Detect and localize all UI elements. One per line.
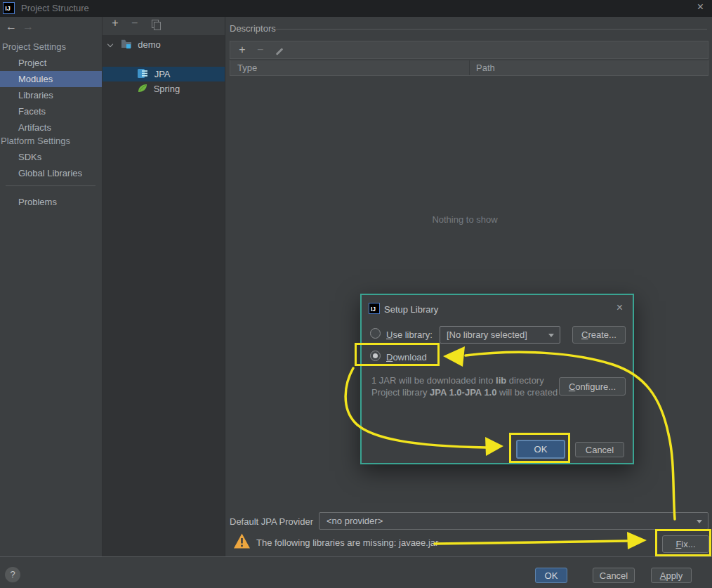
settings-sidebar: ← → Project Settings Project Modules Lib… <box>0 17 102 556</box>
descriptors-title: Descriptors <box>230 23 276 34</box>
remove-module-icon[interactable]: − <box>126 17 143 30</box>
tree-row-spring[interactable]: Spring <box>103 81 225 96</box>
use-library-label[interactable]: Use library: <box>386 329 433 340</box>
use-library-radio[interactable] <box>370 328 381 339</box>
missing-libraries-warning: The following libraries are missing: jav… <box>256 537 438 548</box>
library-select[interactable]: [No library selected] <box>440 326 560 344</box>
svg-text:IJ: IJ <box>371 306 376 313</box>
dialog-title: Setup Library <box>384 304 438 315</box>
column-divider <box>469 60 470 75</box>
tree-label-jpa[interactable]: JPA <box>154 69 171 79</box>
intellij-logo-icon: IJ <box>369 303 380 316</box>
chevron-down-icon <box>548 334 554 337</box>
sidebar-item-global-libraries[interactable]: Global Libraries <box>0 165 102 181</box>
sidebar-item-libraries[interactable]: Libraries <box>0 87 102 103</box>
remove-descriptor-icon[interactable]: − <box>253 41 268 58</box>
jpa-facet-icon <box>138 67 148 82</box>
descriptors-toolbar: + − <box>230 41 708 59</box>
create-button[interactable]: Create... <box>572 326 626 344</box>
module-folder-icon <box>121 38 132 53</box>
sidebar-divider <box>6 185 95 186</box>
edit-descriptor-icon[interactable] <box>275 46 284 56</box>
group-project-settings: Project Settings <box>2 39 66 55</box>
jpa-provider-select[interactable]: <no provider> <box>319 512 708 530</box>
default-jpa-provider-label: Default JPA Provider <box>230 516 313 527</box>
tree-label-spring[interactable]: Spring <box>154 84 180 94</box>
info-line-2: Project library JPA 1.0-JPA 1.0 will be … <box>371 386 558 398</box>
empty-table-message: Nothing to show <box>225 214 704 225</box>
sidebar-item-modules[interactable]: Modules <box>0 71 102 87</box>
module-tree: demo JPA Spring <box>103 35 225 556</box>
intellij-logo-icon: IJ <box>3 2 15 16</box>
forward-arrow-icon: → <box>22 20 34 33</box>
fix-button[interactable]: Fix... <box>662 535 709 553</box>
sidebar-item-sdks[interactable]: SDKs <box>0 149 102 165</box>
tree-toolbar: + − <box>103 17 225 35</box>
help-icon: ? <box>10 569 15 580</box>
descriptors-title-rule <box>276 29 707 30</box>
jpa-provider-value: <no provider> <box>327 516 383 526</box>
ok-button[interactable]: OK <box>535 568 567 583</box>
spring-facet-icon <box>138 82 147 97</box>
column-type[interactable]: Type <box>237 63 257 73</box>
chevron-down-icon <box>697 520 702 523</box>
tree-label-demo[interactable]: demo <box>138 39 161 50</box>
warning-icon <box>233 533 251 551</box>
configure-button[interactable]: Configure... <box>559 377 626 396</box>
svg-text:IJ: IJ <box>5 5 11 12</box>
download-label[interactable]: Download <box>386 352 427 362</box>
add-module-icon[interactable]: + <box>107 17 124 30</box>
module-tree-panel: + − demo JPA Spring <box>102 17 225 556</box>
help-button[interactable]: ? <box>5 567 20 582</box>
tree-row-jpa[interactable]: JPA <box>103 67 225 81</box>
sidebar-item-project[interactable]: Project <box>0 55 102 71</box>
download-info-text: 1 JAR will be downloaded into lib direct… <box>371 374 558 398</box>
window-title: Project Structure <box>21 3 89 13</box>
column-path[interactable]: Path <box>476 60 495 75</box>
tree-row-demo[interactable]: demo <box>103 37 225 52</box>
info-line-1: 1 JAR will be downloaded into lib direct… <box>371 374 558 386</box>
descriptors-panel: Descriptors + − Type Path Nothing to sho… <box>225 17 712 556</box>
window-close-icon[interactable]: × <box>697 1 704 13</box>
setup-library-dialog: IJ Setup Library × Use library: [No libr… <box>360 294 634 464</box>
download-radio[interactable] <box>370 351 381 361</box>
sidebar-item-facets[interactable]: Facets <box>0 103 102 119</box>
dialog-cancel-button[interactable]: Cancel <box>575 442 624 457</box>
title-bar: IJ Project Structure × <box>0 0 712 17</box>
group-platform-settings: Platform Settings <box>1 133 70 149</box>
copy-module-icon[interactable] <box>151 20 161 30</box>
add-descriptor-icon[interactable]: + <box>235 41 250 58</box>
apply-button[interactable]: Apply <box>651 568 692 583</box>
project-structure-window: IJ Project Structure × ← → Project Setti… <box>0 0 712 588</box>
chevron-down-icon[interactable] <box>107 41 113 47</box>
dialog-close-icon[interactable]: × <box>617 301 623 314</box>
back-arrow-icon[interactable]: ← <box>6 20 17 33</box>
footer-bar: ? OK Cancel Apply <box>0 556 712 588</box>
sidebar-item-problems[interactable]: Problems <box>0 194 102 210</box>
dialog-ok-button[interactable]: OK <box>516 440 565 459</box>
cancel-button[interactable]: Cancel <box>593 568 635 583</box>
descriptors-table-header: Type Path <box>230 60 708 76</box>
library-select-value: [No library selected] <box>447 329 527 340</box>
